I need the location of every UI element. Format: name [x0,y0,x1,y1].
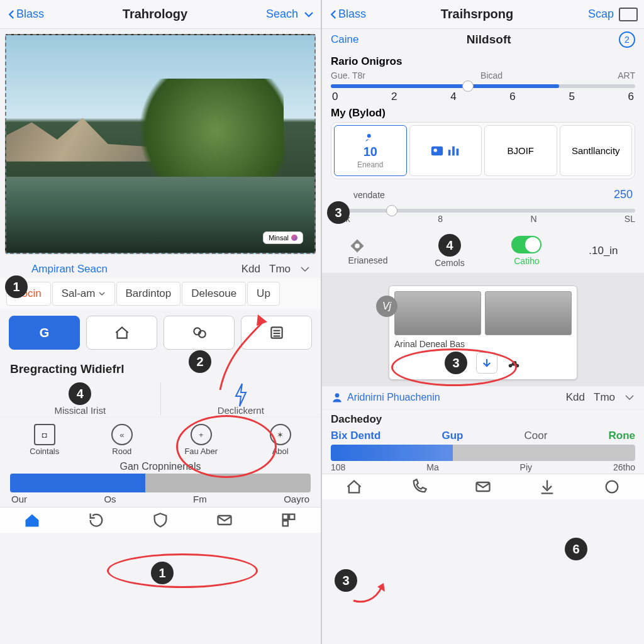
slider-thumb[interactable] [462,80,474,92]
back-label: Blass [16,8,44,21]
shield-icon[interactable] [150,511,171,529]
vendate-slider[interactable] [331,209,635,213]
slider-ticks: OurOsFmOayro [10,492,311,504]
circle-icon[interactable] [601,478,623,496]
thumb-image [485,291,572,335]
search-label: Seach [266,8,298,21]
widgets-row: 4 Missical Irist Declickernt [0,379,321,417]
download-button[interactable] [476,352,497,374]
panel-title: Rario Onigros [331,55,635,68]
slider-thumb[interactable] [386,205,397,216]
kdd-tmo-dropdown[interactable]: Kdd Tmo [242,263,311,275]
fauaber-button[interactable]: +Fau Aber [184,424,218,456]
ampirant-link[interactable]: Ampirant Seacn [31,263,108,275]
header: Blass Trahrology Seach [0,0,321,29]
chip-coor[interactable]: Coor [525,430,548,442]
subtitle: Nildsoft [467,33,511,47]
scap-label: Scap [588,8,614,21]
gan-slider[interactable]: Gan Cropninenals OurOsFmOayro [0,458,321,507]
back-button[interactable]: Blass [6,8,44,21]
chip-bixdentd[interactable]: Bix Dentd [331,430,380,442]
star-icon: ✶ [270,424,291,445]
callout-marker-3a: 3 [445,352,467,374]
callout-marker-slider-1: 1 [151,562,174,584]
quick-row: Erianesed 4 Cemols Catiho .10_in [322,229,644,273]
chip-rone[interactable]: Rone [608,430,635,442]
tab-delesoue[interactable]: Delesoue [182,282,246,306]
home-icon[interactable] [343,478,365,496]
g-button[interactable]: G [9,316,80,350]
mail-icon[interactable] [472,478,494,496]
widget-missical[interactable]: 4 Missical Irist [0,382,160,416]
aridnirni-row: Aridnirni Phuachenin Kdd Tmo [322,386,644,409]
svg-rect-8 [289,514,294,519]
back-label: Blass [338,8,366,21]
widget-declickernt[interactable]: Declickernt [161,382,321,416]
motorcycle-icon[interactable] [506,356,521,370]
seg-bars[interactable] [409,125,482,176]
user-card-icon [430,144,444,158]
search-link[interactable]: Seach [266,8,314,21]
slider-label: Gan Cropninenals [10,461,311,472]
chat-button[interactable] [164,316,235,350]
home-icon[interactable] [21,511,43,529]
right-pane: Blass Traihsrpong Scap Caine Nildsoft 2 … [322,0,644,644]
list-button[interactable] [241,316,312,350]
erianesed-button[interactable]: Erianesed [348,236,387,265]
tab-up[interactable]: Up [247,282,280,306]
badge-2-icon[interactable]: 2 [619,31,635,48]
seg-bjoif[interactable]: BJOIF [484,125,557,176]
cointals-button[interactable]: ◘Cointals [30,424,59,456]
svg-rect-7 [283,514,288,519]
vj-badge-icon: Vj [376,296,397,317]
toolbar: G [0,309,321,356]
grid-icon[interactable] [278,511,299,529]
thumb-box[interactable]: Arinal Deneal Bas 3 [389,286,577,380]
chip-gup[interactable]: Gup [441,430,463,442]
catiho-toggle[interactable]: Catiho [511,236,541,266]
thumb-image [394,291,481,335]
svg-rect-11 [431,146,443,155]
download-icon[interactable] [536,478,558,496]
dach-ticks: 108MaPiy26tho [322,461,644,474]
rood-button[interactable]: «Rood [111,424,133,456]
link-row: Ampirant Seacn Kdd Tmo [0,259,321,278]
slider-track[interactable] [10,474,311,492]
dach-slider[interactable] [331,445,635,461]
square-dot-icon: ◘ [34,424,55,445]
mail-icon[interactable] [214,511,235,529]
left-pane: Blass Trahrology Seach Minsal 1 Ampirant… [0,0,322,644]
sub-header: Caine Nildsoft 2 [322,29,644,50]
callout-marker-4: 4 [438,234,461,257]
seg-sub: Eneand [357,160,383,169]
cemols-button[interactable]: 4 Cemols [435,234,464,268]
home-outline-button[interactable] [86,316,157,350]
home-outline-icon [114,325,130,341]
callout-marker-3b: 3 [335,569,357,592]
lightning-icon [232,382,250,408]
svg-rect-13 [448,150,451,155]
chevron-down-icon [299,264,311,275]
scap-link[interactable]: Scap [588,8,638,21]
tab-strip: Locin Sal-am Bardintop Delesoue Up [0,278,321,309]
svg-rect-9 [283,521,288,526]
thumb-title: Arinal Deneal Bas [394,339,572,349]
rario-slider[interactable] [331,84,635,88]
callout-marker-6: 6 [565,538,587,560]
caine-link[interactable]: Caine [331,33,358,46]
back-button[interactable]: Blass [328,8,366,21]
seg-10[interactable]: 10 Eneand [334,125,407,176]
abol-button[interactable]: ✶Abol [270,424,291,456]
hero-badge[interactable]: Minsal [263,231,303,244]
tab-salam[interactable]: Sal-am [52,282,115,306]
chevron-down-icon [303,9,314,20]
aridnirni-link[interactable]: Aridnirni Phuachenin [331,391,440,404]
seg-santllancity[interactable]: Santllancity [560,125,633,176]
refresh-icon[interactable] [86,511,107,529]
kdd-tmo-dropdown[interactable]: Kdd Tmo [566,391,635,404]
chevron-down-icon [98,290,106,297]
callout-marker-4: 4 [69,382,91,405]
toggle-on-icon [511,236,541,253]
phone-icon[interactable] [408,478,430,496]
tab-bardintop[interactable]: Bardintop [116,282,181,306]
